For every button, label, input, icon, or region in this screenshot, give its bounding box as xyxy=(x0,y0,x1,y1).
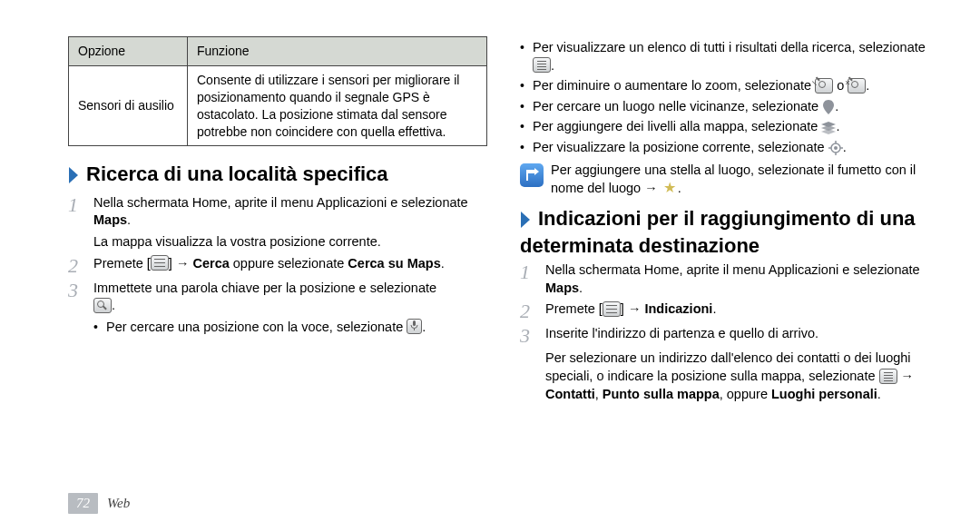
zoom-out-icon xyxy=(815,78,833,94)
step-2: 2 Premete [] → Cerca oppure selezionate … xyxy=(68,255,487,276)
list-icon xyxy=(533,57,551,73)
step-1-sub: La mappa visualizza la vostra posizione … xyxy=(93,233,487,251)
page-number: 72 xyxy=(68,493,98,514)
place-pin-icon xyxy=(822,100,835,115)
dir-step-1: 1 Nella schermata Home, aprite il menu A… xyxy=(520,261,939,297)
bullet-current: Per visualizzare la posizione corrente, … xyxy=(520,139,939,157)
bullet-layers: Per aggiungere dei livelli alla mappa, s… xyxy=(520,118,939,136)
mic-icon xyxy=(407,319,422,334)
search-icon xyxy=(93,298,112,313)
svg-point-6 xyxy=(834,146,838,150)
dir-step-3-sub: Per selezionare un indirizzo dall'elenco… xyxy=(545,350,939,403)
chevron-icon xyxy=(68,166,83,190)
heading-search: Ricerca di una località specifica xyxy=(68,163,487,190)
bullet-zoom: Per diminuire o aumentare lo zoom, selez… xyxy=(520,77,939,95)
step-1: 1 Nella schermata Home, aprite il menu A… xyxy=(68,194,487,230)
svg-rect-0 xyxy=(413,320,416,326)
heading-directions: Indicazioni per il raggiungimento di una… xyxy=(520,207,939,259)
star-icon: ★ xyxy=(662,182,678,195)
step-3: 3 Immettete una parola chiave per la pos… xyxy=(68,280,487,315)
my-location-icon xyxy=(828,141,843,156)
chevron-icon xyxy=(520,211,534,234)
bullet-nearby: Per cercare un luogo nelle vicinanze, se… xyxy=(520,98,939,116)
bullet-voice: Per cercare una posizione con la voce, s… xyxy=(93,319,487,337)
svg-marker-4 xyxy=(821,129,836,134)
layers-icon xyxy=(821,122,836,135)
table-row: Sensori di ausilio Consente di utilizzar… xyxy=(69,65,487,146)
cell-function: Consente di utilizzare i sensori per mig… xyxy=(188,65,487,146)
th-function: Funzione xyxy=(188,37,487,66)
zoom-in-icon xyxy=(848,78,866,94)
info-note: Per aggiungere una stella al luogo, sele… xyxy=(520,162,939,197)
dir-step-2: 2 Premete [] → Indicazioni. xyxy=(520,300,939,321)
page-footer: 72 Web xyxy=(68,493,130,514)
menu-key-icon xyxy=(151,255,169,271)
section-name: Web xyxy=(107,496,130,511)
note-icon xyxy=(520,163,544,187)
bullet-results: Per visualizzare un elenco di tutti i ri… xyxy=(520,39,939,74)
menu-key-icon xyxy=(603,301,621,317)
dir-step-3: 3 Inserite l'indirizzo di partenza e que… xyxy=(520,325,939,346)
th-option: Opzione xyxy=(69,37,188,66)
options-table: Opzione Funzione Sensori di ausilio Cons… xyxy=(68,36,487,146)
cell-option: Sensori di ausilio xyxy=(69,65,188,146)
list-dropdown-icon xyxy=(879,369,897,384)
